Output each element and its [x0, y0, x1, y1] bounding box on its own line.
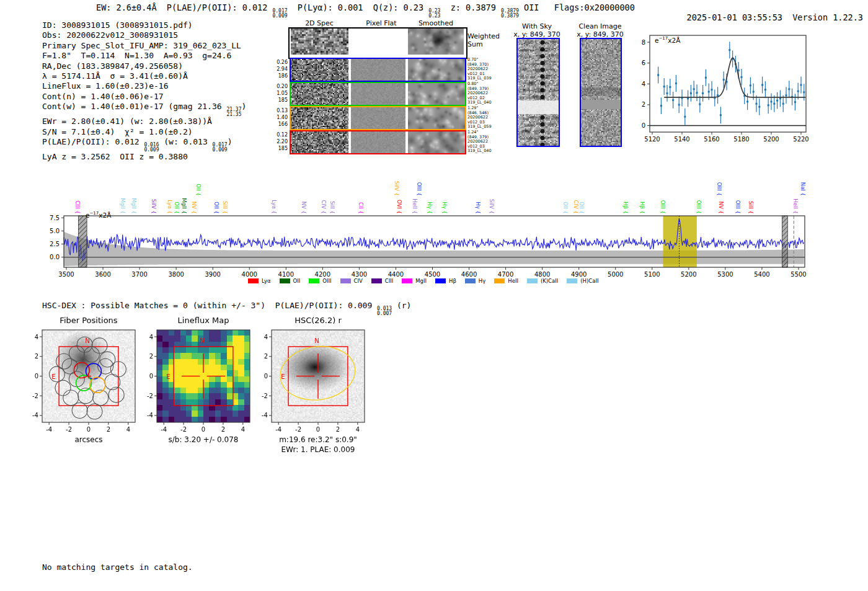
legend-label-(H)CaII: (H)CaII — [580, 278, 598, 284]
line-label-MgII: MgII { — [120, 198, 126, 214]
info-9-text-0: EWr = 2.80(±0.41) (w: 2.80(±0.38))Å — [42, 117, 212, 126]
row-0-annotation: 0.70"(849, 370)20200622v012_01319_LL_039 — [467, 58, 492, 81]
legend-label-(K)CaII: (K)CaII — [541, 278, 558, 284]
line-label-SiIV: SiIV { — [489, 199, 495, 214]
fit-data-point — [672, 99, 674, 101]
header-text-6: OII Flags:0x20000000 — [519, 2, 635, 12]
line-label-SiII: SiII { — [748, 201, 754, 214]
weighted-smoothed — [408, 29, 464, 55]
spectrum-xtick-label: 4800 — [534, 271, 550, 278]
lineflux-title: Lineflux Map — [178, 316, 229, 325]
line-label-OII: OII { — [213, 202, 219, 214]
fiber-circle — [92, 338, 107, 353]
hscdex-text-0: HSC-DEX : Possible Matches = 0 (within +… — [42, 301, 377, 310]
fit-data-point — [687, 97, 689, 99]
spectrum-xtick-label: 4400 — [388, 271, 404, 278]
row-0-pixel-flat — [351, 59, 405, 81]
line-label-SiIV: SiIV { — [394, 181, 400, 196]
row-3-ann-4: 319_LL_040 — [467, 149, 492, 154]
hsc-xlabel-2: EWr: 1. PLAE: 0.009 — [281, 445, 355, 454]
line-label-Hβ: Hβ { — [639, 202, 645, 214]
fit-data-point — [803, 91, 805, 93]
header-summary-line: EW: 2.6±0.4Å P(LAE)/P(OII): 0.012 0.0170… — [96, 2, 635, 18]
fiber-title: Fiber Positions — [60, 316, 117, 325]
line-label-OVI: OVI { — [396, 200, 402, 214]
legend-item-Hβ: Hβ — [435, 278, 456, 284]
spectrum-xtick-label: 4000 — [242, 271, 257, 278]
fiber-compass-east: E — [51, 373, 55, 380]
fiber-xlabel: arcsecs — [74, 435, 102, 444]
row-3-smoothed — [408, 131, 465, 153]
lineflux-xtick-label: 4 — [241, 426, 245, 433]
legend-swatch-(K)CaII — [527, 278, 538, 283]
row-0-weight-0: 0.26 — [268, 59, 288, 66]
fit-data-point — [666, 92, 668, 94]
info-8-sub: 21.35 — [226, 112, 241, 117]
legend-item-OII: OII — [280, 278, 301, 284]
fit-data-point — [663, 86, 665, 87]
legend-label-OII: OII — [293, 278, 301, 284]
header-text-4: z: 0.3879 — [440, 2, 501, 12]
fit-data-point — [720, 114, 722, 116]
fiber-row-1 — [290, 82, 466, 106]
row-3-weight-1: 2.20 — [268, 138, 288, 145]
clean-image — [580, 38, 622, 147]
fit-data-point — [750, 84, 751, 86]
lineflux-compass-north: N — [200, 337, 204, 344]
info-8-text-0: Cont(w) = 1.40(±0.01)e-17 (gmag 21.36 — [42, 102, 226, 111]
line-label-OII: OII { — [578, 202, 585, 214]
fit-data-point — [669, 86, 671, 88]
fit-data-point — [702, 92, 704, 94]
weighted-sum-strip — [288, 27, 467, 59]
spectrum-xtick-label: 4500 — [425, 271, 440, 278]
info-line-12: LyA z = 3.2562 OII z = 0.3880 — [42, 152, 246, 162]
fiber-xtick-label: -4 — [46, 426, 52, 433]
hsc-ytick-label: -4 — [262, 412, 268, 419]
hsc-xtick-label: -2 — [295, 426, 301, 433]
fiber-circle — [84, 347, 99, 362]
fit-data-point — [771, 100, 773, 102]
info-line-2: Primary Spec_Slot_IFU_AMP: 319_062_023_L… — [42, 41, 246, 51]
line-label-NV: NV { — [718, 202, 724, 214]
row-3-annotation: 1.24"(849, 379)20200622v012_03319_LL_040 — [467, 130, 492, 154]
info-8-frac-1: 21.3721.35 — [226, 107, 241, 117]
hsc-title: HSC(26.2) r — [294, 316, 342, 325]
lineflux-xlabel: s/b: 3.20 +/- 0.078 — [169, 435, 239, 444]
row-1-weight-1: 1.05 — [268, 90, 288, 97]
header-frac-5: 0.38790.3879 — [501, 9, 519, 18]
fit-data-point — [768, 104, 769, 106]
fiber-ytick-label: 0 — [35, 373, 38, 380]
line-label-Lyα: Lyα { — [167, 200, 173, 214]
row-1-weight-2: 185 — [268, 97, 288, 104]
legend-item-CIII: CIII — [371, 278, 393, 284]
info-line-7: Cont(n) = 1.40(±0.06)e-17 — [42, 92, 246, 102]
fit-data-point — [699, 104, 701, 105]
hsc-xtick-label: 0 — [316, 426, 320, 433]
fit-data-point — [764, 89, 766, 91]
line-label-OIII: OIII { — [696, 200, 702, 214]
fit-data-point — [660, 105, 662, 107]
info-line-11: P(LAE)/P(OII): 0.012 0.0160.009 (w: 0.01… — [42, 137, 246, 152]
row-2-weight-1: 1.40 — [268, 114, 288, 121]
line-label-Hγ: Hγ { — [427, 202, 433, 214]
line-label-OII: OII { — [174, 202, 180, 214]
fit-data-point — [741, 76, 743, 78]
spectrum-xtick-label: 4300 — [352, 271, 367, 278]
spectrum-xtick-label: 5300 — [717, 271, 733, 278]
spectrum-xtick-label: 5200 — [681, 271, 696, 278]
fit-data-point — [776, 100, 778, 102]
fiber-ytick-label: 4 — [35, 334, 38, 340]
info-11-sub: 0.009 — [144, 148, 159, 153]
lineflux-compass-east: E — [166, 373, 170, 380]
hscdex-text-2: (r) — [392, 301, 411, 310]
row-1-smoothed — [408, 83, 465, 105]
fit-data-point — [786, 94, 787, 96]
fit-data-point — [738, 69, 740, 71]
legend-swatch-OII — [280, 278, 290, 283]
header-datetime: 2025-01-01 03:55:53 — [687, 12, 782, 22]
weighted-sum-label-2: Sum — [467, 40, 500, 48]
info-11-sub: 0.009 — [213, 148, 228, 153]
line-label-HeII: HeII { — [412, 198, 418, 214]
info-11-text-2: (w: 0.013 — [159, 137, 212, 146]
info-12-text-0: LyA z = 3.2562 OII z = 0.3880 — [42, 152, 188, 161]
